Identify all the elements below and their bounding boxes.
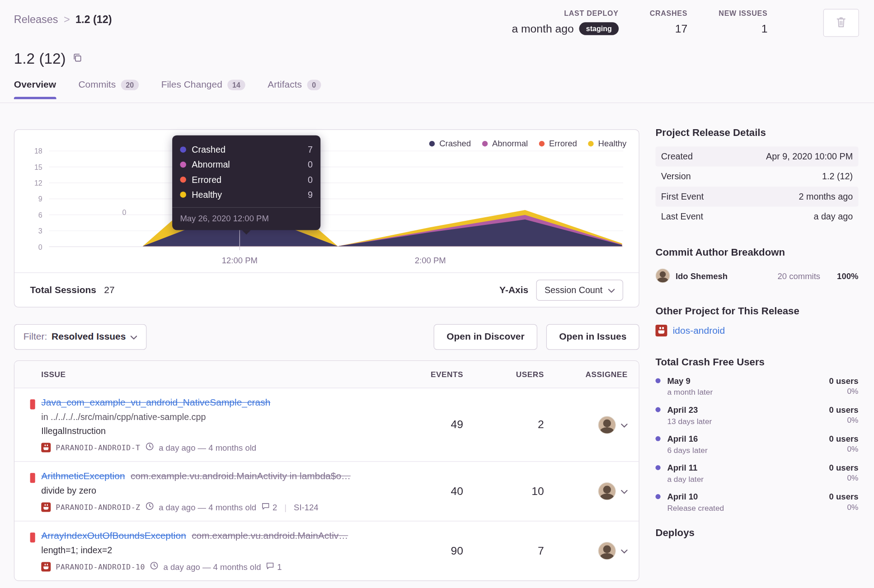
issues-toolbar: Filter: Resolved Issues Open in Discover… [14,324,639,350]
assignee-avatar [598,542,616,560]
sidebar: Project Release Details Created Apr 9, 2… [655,127,858,538]
clock-icon [146,442,154,452]
issue-events-count: 49 [380,418,463,431]
filter-prefix-label: Filter: [23,331,47,343]
crash-free-date: May 9 [667,376,690,386]
tab-commits-count: 20 [121,79,139,90]
issues-filter-dropdown[interactable]: Filter: Resolved Issues [14,324,146,350]
issue-title-link[interactable]: ArrayIndexOutOfBoundsException [41,530,186,541]
legend-abnormal[interactable]: Abnormal [482,139,528,148]
tooltip-healthy-dot-icon [180,191,186,198]
open-in-discover-button[interactable]: Open in Discover [434,324,537,350]
issue-comments[interactable]: 1 [266,562,282,571]
stat-last-deploy-label: LAST DEPLOY [512,9,618,18]
release-overview-page: Releases > 1.2 (12) LAST DEPLOY a month … [0,0,874,588]
page-title: 1.2 (12) [14,50,66,67]
chart-plot: 18 15 12 9 6 3 0 0 [14,130,639,272]
meta-divider: | [284,502,287,512]
issue-external-ref: SI-124 [294,502,319,512]
tab-divider [0,103,874,103]
issue-summary: ArrayIndexOutOfBoundsException com.examp… [41,521,380,580]
detail-value: 2 months ago [799,191,853,201]
issue-message: divide by zero [41,486,374,496]
stat-new-issues-label: NEW ISSUES [719,9,767,18]
crash-free-date: April 23 [667,405,698,415]
detail-row-last-event: Last Event a day ago [655,207,858,227]
tooltip-errored-label: Errored [192,175,221,185]
tab-files-changed-label: Files Changed [161,79,222,90]
detail-label: Version [661,172,691,182]
tooltip-healthy-label: Healthy [192,190,222,200]
author-commit-count: 20 commits [778,271,821,280]
release-details-table: Created Apr 9, 2020 10:00 PM Version 1.2… [655,146,858,227]
crash-free-users: 0 users [829,376,859,386]
assignee-dropdown[interactable] [544,482,628,500]
crashed-dot-icon [429,140,435,146]
legend-errored[interactable]: Errored [539,139,577,148]
breadcrumb-releases[interactable]: Releases [14,14,58,26]
tooltip-abnormal-label: Abnormal [192,159,230,169]
yaxis-select[interactable]: Session Count [536,280,623,301]
breadcrumb-current-release: 1.2 (12) [75,14,112,26]
timeline-dot-icon [655,407,660,412]
issue-culprit: com.example.vu.android.MainActivity in l… [131,471,351,482]
svg-text:3: 3 [38,227,42,235]
tab-overview-label: Overview [14,79,56,90]
breadcrumb-separator: > [64,14,70,26]
issue-users-count: 7 [463,545,544,557]
detail-label: Last Event [661,212,703,222]
release-details-title: Project Release Details [655,127,858,139]
issue-summary: Java_com_example_vu_android_NativeSample… [41,388,380,462]
open-in-issues-button[interactable]: Open in Issues [546,324,639,350]
assignee-dropdown[interactable] [544,542,628,560]
issue-row: ArithmeticException com.example.vu.andro… [14,462,639,521]
tooltip-timestamp: May 26, 2020 12:00 PM [172,207,320,230]
column-users: USERS [463,370,544,379]
tab-commits[interactable]: Commits 20 [78,79,139,98]
crash-free-item: April 110 users a day later0% [655,463,858,484]
copy-version-button[interactable] [72,53,82,65]
issue-users-count: 10 [463,485,544,498]
crash-free-percent: 0% [847,444,858,453]
crash-free-item: April 100 users Release created0% [655,492,858,513]
svg-text:12: 12 [34,179,42,187]
issue-comments[interactable]: 2 [261,502,277,512]
crash-free-percent: 0% [847,503,858,512]
assignee-dropdown[interactable] [544,416,628,434]
breadcrumb: Releases > 1.2 (12) [14,14,112,26]
total-sessions-label: Total Sessions [30,285,96,296]
issue-title-link[interactable]: Java_com_example_vu_android_NativeSample… [41,397,270,408]
timeline-dot-icon [655,465,660,470]
delete-release-button[interactable] [823,9,859,37]
detail-label: Created [661,151,693,161]
tab-overview[interactable]: Overview [14,79,56,98]
sessions-chart[interactable]: Crashed Abnormal Errored Healthy [14,130,639,272]
total-sessions-value: 27 [104,285,114,296]
legend-healthy-label: Healthy [598,139,627,148]
assignee-avatar [598,482,616,500]
chevron-down-icon [621,420,628,429]
legend-crashed[interactable]: Crashed [429,139,471,148]
other-project-link[interactable]: idos-android [673,325,725,336]
tab-artifacts-count: 0 [307,79,321,90]
tooltip-caret [242,230,251,234]
issue-age: a day ago — 4 months old [159,443,256,452]
tooltip-crashed-value: 7 [308,145,313,154]
main-column: Crashed Abnormal Errored Healthy [14,129,639,581]
issue-users-count: 2 [463,418,544,431]
tab-files-changed[interactable]: Files Changed 14 [161,79,245,98]
tab-artifacts[interactable]: Artifacts 0 [268,79,321,98]
project-slug: PARANOID-ANDROID-Z [56,503,140,512]
crash-free-users: 0 users [829,405,859,415]
issue-title-link[interactable]: ArithmeticException [41,471,125,482]
clock-icon [150,561,159,571]
tooltip-healthy-value: 9 [308,190,313,200]
legend-healthy[interactable]: Healthy [588,139,626,148]
crash-free-date: April 16 [667,434,698,443]
issue-row: Java_com_example_vu_android_NativeSample… [14,388,639,462]
crash-free-item: May 90 users a month later0% [655,376,858,397]
crash-free-sub: a day later [667,475,704,484]
crash-free-sub: Release created [667,504,724,513]
crash-free-section: Total Crash Free Users May 90 users a mo… [655,356,858,512]
crash-free-item: April 230 users 13 days later0% [655,405,858,426]
